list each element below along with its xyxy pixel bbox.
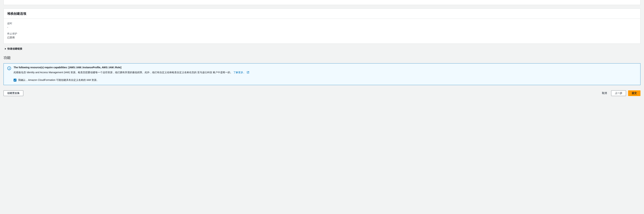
previous-button[interactable]: 上一步 [611,90,626,96]
termination-protection-value: 已禁用 [7,36,637,39]
termination-protection-field: 终止保护 已禁用 [7,32,637,39]
svg-rect-2 [9,68,9,69]
footer-right-actions: 取消 上一步 提交 [600,90,640,96]
capabilities-alert-body-text: 此模板包含 Identity and Access Management (IA… [14,71,232,74]
timeout-value: - [7,26,637,29]
capabilities-alert: The following resource(s) require capabi… [4,63,640,85]
quick-create-link-expandable[interactable]: 快速创建链接 [4,47,640,50]
termination-protection-label: 终止保护 [7,32,637,35]
stack-creation-options-body: 超时 - 终止保护 已禁用 [4,19,640,44]
svg-rect-1 [9,67,9,68]
quick-create-link-label: 快速创建链接 [8,47,22,50]
capabilities-alert-body: 此模板包含 Identity and Access Management (IA… [14,71,637,75]
timeout-label: 超时 [7,22,637,25]
previous-panel-bottom [4,0,640,5]
create-change-set-button[interactable]: 创建更改集 [4,90,23,96]
acknowledge-checkbox-label[interactable]: 我确认，Amazon CloudFormation 可能创建具有自定义名称的 I… [18,79,99,82]
footer-actions: 创建更改集 取消 上一步 提交 [4,90,640,97]
caret-right-icon [4,47,6,50]
stack-creation-options-panel: 堆栈创建选项 超时 - 终止保护 已禁用 [4,9,640,44]
capabilities-heading: 功能 [4,55,640,60]
acknowledge-checkbox[interactable] [14,79,16,82]
timeout-field: 超时 - [7,22,637,29]
learn-more-text: 了解更多。 [233,71,246,74]
learn-more-link[interactable]: 了解更多。 [233,71,249,74]
info-icon [7,66,11,71]
external-link-icon [247,71,249,75]
capabilities-alert-title: The following resource(s) require capabi… [14,66,637,69]
cancel-button[interactable]: 取消 [600,91,609,96]
acknowledge-checkbox-row[interactable]: 我确认，Amazon CloudFormation 可能创建具有自定义名称的 I… [14,79,637,82]
capabilities-alert-content: The following resource(s) require capabi… [14,66,637,82]
stack-creation-options-header: 堆栈创建选项 [4,9,640,19]
submit-button[interactable]: 提交 [628,90,640,96]
